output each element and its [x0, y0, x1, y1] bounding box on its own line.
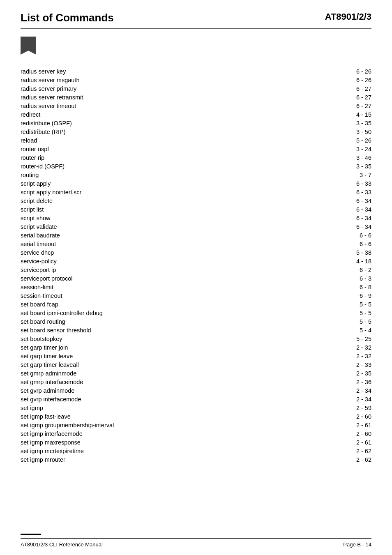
table-row: script list6 - 34: [21, 205, 371, 214]
command-page: 6 - 34: [339, 215, 371, 221]
command-name: set gmrp adminmode: [21, 370, 339, 377]
command-page: 6 - 27: [339, 85, 371, 92]
command-page: 6 - 2: [339, 267, 371, 273]
command-page: 5 - 5: [339, 301, 371, 308]
command-page: 3 - 50: [339, 129, 371, 135]
command-page: 6 - 34: [339, 198, 371, 204]
table-row: set igmp groupmembership-interval2 - 61: [21, 421, 371, 429]
table-row: serial baudrate6 - 6: [21, 231, 371, 240]
table-row: set bootstopkey5 - 25: [21, 334, 371, 343]
table-row: set garp timer leave2 - 32: [21, 352, 371, 360]
command-page: 2 - 59: [339, 405, 371, 411]
command-name: script delete: [21, 198, 339, 204]
command-page: 2 - 60: [339, 431, 371, 437]
command-name: redistribute (RIP): [21, 129, 339, 135]
table-row: set igmp2 - 59: [21, 403, 371, 412]
command-name: script validate: [21, 223, 339, 230]
command-name: radius server msgauth: [21, 77, 339, 83]
command-name: serial baudrate: [21, 232, 339, 239]
command-page: 6 - 34: [339, 206, 371, 213]
table-row: service-policy4 - 18: [21, 257, 371, 265]
table-row: routing3 - 7: [21, 170, 371, 179]
command-page: 2 - 62: [339, 456, 371, 463]
command-page: 2 - 35: [339, 370, 371, 377]
command-page: 5 - 25: [339, 336, 371, 342]
command-name: serviceport ip: [21, 267, 339, 273]
command-page: 6 - 3: [339, 275, 371, 282]
command-page: 3 - 35: [339, 163, 371, 170]
command-page: 6 - 9: [339, 292, 371, 299]
command-name: set board routing: [21, 318, 339, 325]
command-name: radius server timeout: [21, 103, 339, 109]
command-page: 6 - 26: [339, 68, 371, 75]
table-row: set igmp mrouter2 - 62: [21, 455, 371, 464]
table-row: set gvrp interfacemode2 - 34: [21, 395, 371, 403]
command-page: 6 - 33: [339, 189, 371, 196]
command-page: 2 - 33: [339, 362, 371, 368]
table-row: redistribute (RIP)3 - 50: [21, 127, 371, 136]
table-row: redirect4 - 15: [21, 110, 371, 119]
table-row: set gmrp interfacemode2 - 36: [21, 378, 371, 386]
command-name: set gmrp interfacemode: [21, 379, 339, 385]
content-area: radius server key6 - 26radius server msg…: [21, 59, 371, 488]
page-container: List of Commands AT8901/2/3 radius serve…: [0, 0, 392, 555]
command-name: set gvrp interfacemode: [21, 396, 339, 403]
command-name: script apply nointerl.scr: [21, 189, 339, 196]
command-name: radius server retransmit: [21, 94, 339, 101]
page-header: List of Commands AT8901/2/3: [21, 0, 371, 29]
table-row: serviceport protocol6 - 3: [21, 274, 371, 283]
command-name: redirect: [21, 111, 339, 118]
command-name: set garp timer leave: [21, 353, 339, 359]
command-page: 2 - 60: [339, 413, 371, 420]
table-row: radius server msgauth6 - 26: [21, 76, 371, 84]
command-page: 4 - 18: [339, 258, 371, 265]
table-row: radius server retransmit6 - 27: [21, 93, 371, 101]
table-row: session-limit6 - 8: [21, 283, 371, 291]
command-page: 2 - 32: [339, 344, 371, 351]
command-page: 2 - 61: [339, 439, 371, 446]
command-page: 2 - 62: [339, 448, 371, 454]
command-page: 2 - 34: [339, 387, 371, 394]
command-name: set board ipmi-controller debug: [21, 310, 339, 316]
command-page: 6 - 26: [339, 77, 371, 83]
command-page: 5 - 5: [339, 318, 371, 325]
footer-short-divider: [21, 534, 41, 535]
command-page: 3 - 24: [339, 146, 371, 152]
command-page: 6 - 8: [339, 284, 371, 290]
table-row: script apply nointerl.scr6 - 33: [21, 188, 371, 196]
table-row: radius server timeout6 - 27: [21, 101, 371, 110]
command-page: 6 - 33: [339, 180, 371, 187]
command-name: script apply: [21, 180, 339, 187]
page-footer: AT8901/2/3 CLI Reference Manual Page B -…: [0, 534, 392, 555]
table-row: set board ipmi-controller debug5 - 5: [21, 309, 371, 317]
table-row: set igmp maxresponse2 - 61: [21, 438, 371, 447]
command-page: 6 - 6: [339, 241, 371, 247]
table-row: serial timeout6 - 6: [21, 240, 371, 248]
command-page: 2 - 36: [339, 379, 371, 385]
table-row: script apply6 - 33: [21, 179, 371, 188]
table-row: serviceport ip6 - 2: [21, 265, 371, 274]
command-name: set igmp interfacemode: [21, 431, 339, 437]
table-row: router-id (OSPF)3 - 35: [21, 162, 371, 170]
command-name: radius server primary: [21, 85, 339, 92]
footer-divider: [21, 538, 371, 539]
command-page: 6 - 27: [339, 94, 371, 101]
command-name: set igmp mcrtexpiretime: [21, 448, 339, 454]
command-name: routing: [21, 172, 339, 178]
command-name: router rip: [21, 154, 339, 161]
logo-bookmark: [21, 37, 36, 55]
table-row: session-timeout6 - 9: [21, 291, 371, 300]
table-row: radius server primary6 - 27: [21, 84, 371, 93]
table-row: router ospf3 - 24: [21, 145, 371, 153]
table-row: set igmp mcrtexpiretime2 - 62: [21, 447, 371, 455]
command-name: service-policy: [21, 258, 339, 265]
table-row: set igmp fast-leave2 - 60: [21, 412, 371, 421]
page-title: List of Commands: [21, 12, 114, 24]
table-row: service dhcp5 - 38: [21, 248, 371, 257]
command-page: 4 - 15: [339, 111, 371, 118]
command-page: 3 - 46: [339, 154, 371, 161]
command-name: set igmp mrouter: [21, 456, 339, 463]
command-page: 5 - 26: [339, 137, 371, 144]
command-page: 2 - 61: [339, 422, 371, 428]
command-page: 5 - 38: [339, 249, 371, 256]
